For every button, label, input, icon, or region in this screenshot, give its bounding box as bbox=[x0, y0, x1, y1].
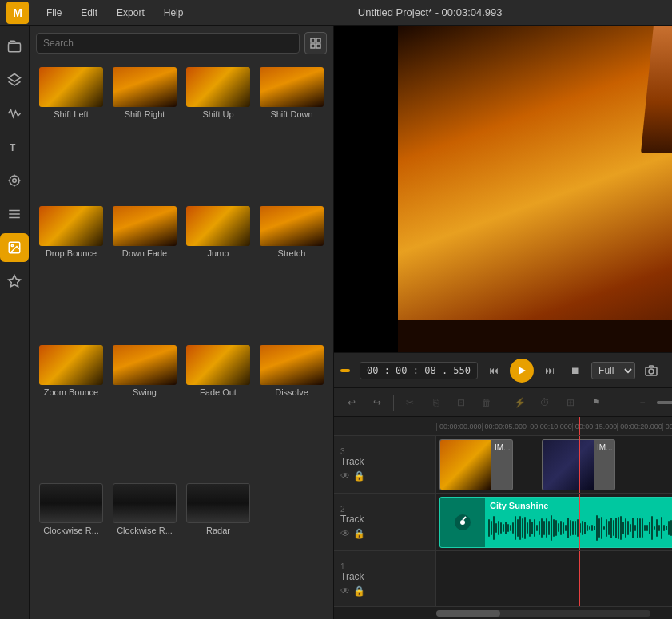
timeline-tracks: 3 Track 👁 🔒 IM... bbox=[334, 436, 672, 606]
effect-label-zoom-bounce: Zoom Bounce bbox=[44, 387, 98, 397]
video-clip-1[interactable]: IM... bbox=[439, 439, 513, 490]
scrollbar-thumb[interactable] bbox=[436, 610, 500, 617]
effect-item-down-fade[interactable]: Down Fade bbox=[109, 203, 180, 339]
delete-btn[interactable]: 🗑 bbox=[475, 391, 498, 414]
ground bbox=[398, 320, 672, 352]
time-display: 00 : 00 : 08 . 550 bbox=[360, 362, 478, 379]
effect-thumb-drop-bounce bbox=[39, 206, 103, 246]
copy-btn[interactable]: ⎘ bbox=[424, 391, 447, 414]
sidebar-btn-audio[interactable] bbox=[0, 99, 29, 128]
svg-rect-14 bbox=[311, 44, 315, 48]
menu-help[interactable]: Help bbox=[156, 4, 192, 22]
stop-btn[interactable]: ⏹ bbox=[566, 361, 585, 380]
track-1-content bbox=[436, 551, 672, 606]
split-btn[interactable]: ⚡ bbox=[508, 391, 531, 414]
undo-btn[interactable]: ↩ bbox=[340, 391, 363, 414]
zoom-out-btn[interactable]: − bbox=[631, 391, 654, 414]
sidebar-btn-transitions[interactable] bbox=[0, 200, 29, 228]
track-2-content: City Sunshine bbox=[436, 494, 672, 550]
svg-marker-1 bbox=[9, 74, 21, 82]
effect-item-shift-right[interactable]: Shift Right bbox=[109, 64, 180, 200]
effect-item-clockwise-r1[interactable]: Clockwise R... bbox=[36, 480, 106, 616]
sidebar-btn-effects[interactable] bbox=[0, 166, 29, 195]
effect-label-radar: Radar bbox=[206, 526, 230, 535]
zoom-slider[interactable] bbox=[657, 401, 672, 404]
effect-label-fade-out: Fade Out bbox=[200, 387, 237, 397]
effect-item-dissolve[interactable]: Dissolve bbox=[256, 342, 327, 478]
effect-item-fade-out[interactable]: Fade Out bbox=[183, 342, 253, 478]
sidebar-btn-star[interactable] bbox=[0, 267, 29, 296]
rock-formation bbox=[641, 26, 672, 153]
track-2-number: 2 bbox=[340, 505, 429, 514]
ruler-mark-4: 00:00:20.000 bbox=[617, 423, 662, 431]
effect-thumb-radar bbox=[186, 483, 250, 523]
ruler-marks-container: 00:00:00.000 00:00:05.000 00:00:10.000 0… bbox=[436, 423, 672, 431]
zoom-control: − + bbox=[631, 391, 672, 414]
paste-btn[interactable]: ⊡ bbox=[450, 391, 472, 414]
grid-toggle-btn[interactable] bbox=[304, 32, 327, 54]
playhead-track-1 bbox=[579, 551, 580, 606]
track-2-eye[interactable]: 👁 bbox=[340, 528, 350, 539]
effect-thumb-dissolve bbox=[260, 345, 324, 385]
svg-point-3 bbox=[13, 179, 17, 183]
svg-rect-12 bbox=[311, 38, 315, 42]
ruler-mark-3: 00:00:15.000 bbox=[572, 423, 618, 431]
speed-btn[interactable]: ⏱ bbox=[534, 391, 556, 414]
sidebar-btn-layers[interactable] bbox=[0, 65, 29, 94]
redo-btn[interactable]: ↪ bbox=[366, 391, 388, 414]
track-3: 3 Track 👁 🔒 IM... bbox=[334, 436, 672, 494]
audio-btn[interactable] bbox=[667, 361, 672, 380]
effect-item-radar[interactable]: Radar bbox=[183, 480, 253, 616]
crop-btn[interactable]: ⊞ bbox=[559, 391, 582, 414]
timeline-bottom bbox=[334, 606, 672, 619]
effect-item-shift-left[interactable]: Shift Left bbox=[36, 64, 106, 200]
sidebar-btn-text[interactable]: T bbox=[0, 133, 29, 161]
effect-item-stretch[interactable]: Stretch bbox=[256, 203, 327, 339]
svg-rect-13 bbox=[316, 38, 320, 42]
ruler-mark-2: 00:00:10.000 bbox=[527, 423, 572, 431]
audio-clip-1[interactable]: City Sunshine bbox=[439, 497, 672, 548]
camera-btn[interactable] bbox=[642, 361, 661, 380]
track-3-lock[interactable]: 🔒 bbox=[353, 470, 365, 482]
effect-item-jump[interactable]: Jump bbox=[183, 203, 253, 339]
zoom-slider-fill bbox=[657, 401, 672, 404]
track-2-header: 2 Track 👁 🔒 bbox=[334, 494, 436, 550]
menu-edit[interactable]: Edit bbox=[73, 4, 105, 22]
play-btn[interactable] bbox=[510, 359, 534, 383]
scrollbar-horizontal[interactable] bbox=[436, 610, 650, 617]
effect-item-swing[interactable]: Swing bbox=[109, 342, 180, 478]
sidebar-btn-stickers[interactable] bbox=[0, 233, 29, 262]
effect-thumb-stretch bbox=[260, 206, 324, 246]
search-input[interactable] bbox=[36, 33, 300, 54]
cut-btn[interactable]: ✂ bbox=[399, 391, 421, 414]
menu-file[interactable]: File bbox=[38, 4, 70, 22]
project-title: Untitled Project* - 00:03:04.993 bbox=[194, 6, 666, 18]
ruler-mark-0: 00:00:00.000 bbox=[436, 423, 482, 431]
track-1-eye[interactable]: 👁 bbox=[340, 585, 350, 597]
svg-point-21 bbox=[460, 520, 465, 525]
effect-item-shift-down[interactable]: Shift Down bbox=[256, 64, 327, 200]
step-back-btn[interactable]: ⏮ bbox=[484, 361, 503, 380]
step-forward-btn[interactable]: ⏭ bbox=[540, 361, 559, 380]
track-2-icons: 👁 🔒 bbox=[340, 528, 429, 539]
effect-item-shift-up[interactable]: Shift Up bbox=[183, 64, 253, 200]
main-layout: T Shift Left Shift Right bbox=[0, 26, 672, 619]
track-1-lock[interactable]: 🔒 bbox=[353, 585, 365, 597]
track-3-eye[interactable]: 👁 bbox=[340, 470, 350, 482]
effect-item-zoom-bounce[interactable]: Zoom Bounce bbox=[36, 342, 106, 478]
effect-thumb-swing bbox=[113, 345, 177, 385]
marker-btn[interactable]: ⚑ bbox=[585, 391, 607, 414]
track-2-lock[interactable]: 🔒 bbox=[353, 528, 365, 539]
clip-2-label: IM... bbox=[597, 443, 612, 452]
effect-item-drop-bounce[interactable]: Drop Bounce bbox=[36, 203, 106, 339]
sidebar-btn-folder[interactable] bbox=[0, 32, 29, 61]
video-clip-2[interactable]: IM... bbox=[542, 439, 615, 490]
svg-point-10 bbox=[11, 244, 13, 246]
effect-thumb-shift-left bbox=[39, 67, 103, 107]
effect-item-clockwise-r2[interactable]: Clockwise R... bbox=[109, 480, 180, 616]
menu-export[interactable]: Export bbox=[109, 4, 153, 22]
effect-label-swing: Swing bbox=[133, 387, 157, 397]
zoom-select[interactable]: Full 50% 75% bbox=[591, 362, 635, 379]
effect-thumb-clockwise-r2 bbox=[113, 483, 177, 523]
audio-waveform bbox=[488, 515, 672, 544]
